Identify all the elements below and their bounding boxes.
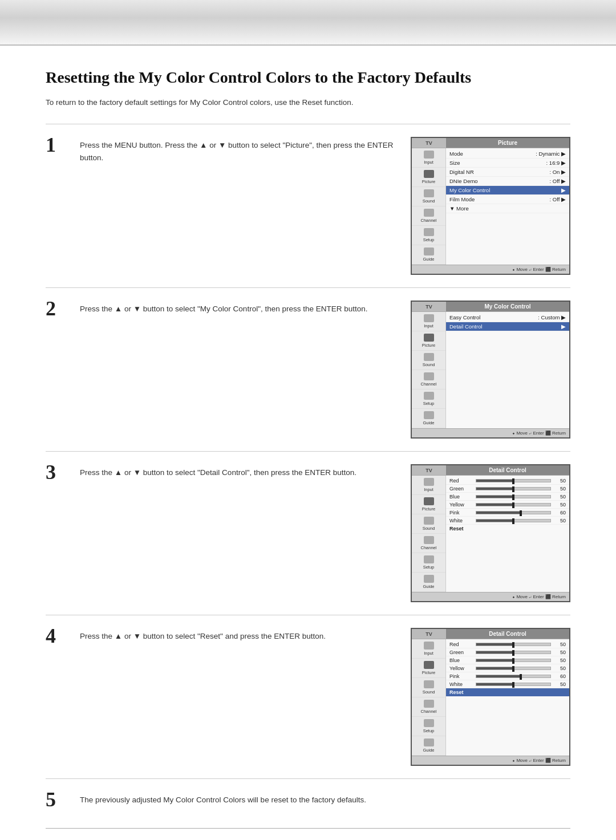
tv-slider-row: Pink 60 <box>446 672 569 680</box>
tv-header: TV Picture <box>412 138 569 148</box>
tv-sidebar-label: Channel <box>421 545 437 550</box>
tv-menu-value: : Off ▶ <box>550 178 566 184</box>
step-2-screen: TV My Color Control Input Picture Sound … <box>411 301 570 439</box>
tv-slider-label: Yellow <box>449 665 473 671</box>
step-1-number: 1 <box>46 135 80 155</box>
tv-header-tv: TV <box>412 465 446 475</box>
tv-screen: TV Detail Control Input Picture Sound Ch… <box>411 628 570 766</box>
tv-sidebar-channel: Channel <box>412 697 445 717</box>
step-4-number: 4 <box>46 626 80 646</box>
tv-sidebar-icon-guide <box>424 247 434 255</box>
tv-slider-bar <box>476 667 551 670</box>
tv-slider-thumb <box>512 502 514 508</box>
tv-body: Input Picture Sound Channel Setup Guide … <box>412 476 569 592</box>
tv-slider-label: Blue <box>449 658 473 663</box>
tv-menu-row: Easy Control : Custom ▶ <box>446 313 569 322</box>
tv-slider-thumb <box>512 478 514 484</box>
tv-sidebar-setup: Setup <box>412 226 445 245</box>
tv-sidebar-label: Guide <box>423 257 434 262</box>
tv-slider-label: White <box>449 681 473 687</box>
step-2: 2 Press the ▲ or ▼ button to select "My … <box>46 287 570 451</box>
tv-menu-label: Detail Control <box>449 323 483 330</box>
tv-sidebar-picture: Picture <box>412 331 445 351</box>
tv-body: Input Picture Sound Channel Setup Guide … <box>412 639 569 756</box>
tv-menu-label: Digital NR <box>449 169 474 175</box>
tv-sidebar-icon-picture <box>424 497 434 505</box>
tv-screen: TV My Color Control Input Picture Sound … <box>411 301 570 439</box>
step-2-body: Press the ▲ or ▼ button to select "My Co… <box>80 301 570 439</box>
tv-menu-value: ▶ <box>561 323 566 330</box>
tv-menu-row: My Color Control ▶ <box>446 186 569 195</box>
tv-sidebar-label: Channel <box>421 218 437 223</box>
tv-sidebar-channel: Channel <box>412 534 445 553</box>
tv-sidebar-icon-channel <box>424 700 434 708</box>
tv-slider-label: Green <box>449 486 473 492</box>
step-4-body: Press the ▲ or ▼ button to select "Reset… <box>80 628 570 766</box>
tv-main: Easy Control : Custom ▶ Detail Control ▶ <box>446 312 569 428</box>
tv-footer: ⬥ Move ↵ Enter ⬛ Return <box>412 756 569 765</box>
tv-sidebar-input: Input <box>412 476 445 495</box>
tv-slider-label: Pink <box>449 510 473 516</box>
tv-slider-fill <box>476 659 513 662</box>
tv-menu-row: Mode : Dynamic ▶ <box>446 149 569 159</box>
tv-sidebar-label: Picture <box>422 179 435 184</box>
tv-slider-value: 50 <box>553 478 566 484</box>
step-5: 5 The previously adjusted My Color Contr… <box>46 778 570 822</box>
tv-slider-fill <box>476 488 513 490</box>
step-3-number: 3 <box>46 462 80 482</box>
tv-slider-label: Green <box>449 650 473 655</box>
tv-sidebar-icon-sound <box>424 517 434 525</box>
tv-sidebar-label: Input <box>424 160 433 165</box>
step-3: 3 Press the ▲ or ▼ button to select "Det… <box>46 451 570 615</box>
tv-body: Input Picture Sound Channel Setup Guide … <box>412 148 569 265</box>
tv-slider-value: 50 <box>553 681 566 687</box>
tv-header-title: Detail Control <box>446 629 569 639</box>
tv-slider-bar <box>476 683 551 686</box>
tv-sidebar-label: Sound <box>423 526 435 531</box>
tv-slider-row: Red 50 <box>446 477 569 485</box>
tv-slider-row: Yellow 50 <box>446 664 569 672</box>
tv-menu-row: Digital NR : On ▶ <box>446 168 569 177</box>
tv-header-tv: TV <box>412 302 446 311</box>
tv-sidebar-icon-picture <box>424 661 434 669</box>
tv-menu-row: DNIe Demo : Off ▶ <box>446 177 569 186</box>
tv-slider-fill <box>476 667 513 669</box>
tv-slider-bar <box>476 651 551 654</box>
tv-slider-fill <box>476 675 521 677</box>
tv-slider-value: 50 <box>553 665 566 671</box>
tv-sidebar-icon-channel <box>424 372 434 380</box>
tv-slider-value: 60 <box>553 510 566 516</box>
tv-slider-thumb <box>512 642 514 648</box>
tv-sidebar-label: Sound <box>423 362 435 367</box>
tv-sidebar-icon-channel <box>424 536 434 544</box>
tv-sidebar-sound: Sound <box>412 678 445 697</box>
tv-header-tv: TV <box>412 629 446 639</box>
top-decorative-bar <box>0 0 616 46</box>
tv-slider-bar <box>476 503 551 506</box>
tv-slider-bar <box>476 511 551 514</box>
tv-screen: TV Picture Input Picture Sound Channel S… <box>411 137 570 275</box>
tv-menu-label: ▼ More <box>449 205 469 212</box>
tv-slider-bar <box>476 643 551 646</box>
step-5-number: 5 <box>46 789 80 810</box>
tv-header-tv: TV <box>412 138 446 148</box>
step-1-text: Press the MENU button. Press the ▲ or ▼ … <box>80 137 394 164</box>
tv-slider-fill <box>476 512 521 514</box>
tv-slider-value: 50 <box>553 658 566 663</box>
tv-slider-thumb <box>512 682 514 688</box>
tv-header: TV Detail Control <box>412 465 569 476</box>
tv-sidebar-icon-picture <box>424 334 434 342</box>
tv-slider-bar <box>476 519 551 522</box>
tv-menu-label: DNIe Demo <box>449 178 478 184</box>
tv-sidebar-input: Input <box>412 639 445 659</box>
tv-slider-value: 50 <box>553 486 566 492</box>
tv-sidebar-icon-setup <box>424 392 434 400</box>
tv-menu-label: Mode <box>449 151 463 157</box>
tv-sidebar-guide: Guide <box>412 736 445 756</box>
tv-slider-row: White 50 <box>446 517 569 525</box>
tv-sidebar-label: Setup <box>423 728 435 733</box>
tv-slider-bar <box>476 659 551 662</box>
tv-sidebar-input: Input <box>412 312 445 331</box>
tv-slider-fill <box>476 651 513 654</box>
tv-menu-value: : Custom ▶ <box>538 314 566 320</box>
